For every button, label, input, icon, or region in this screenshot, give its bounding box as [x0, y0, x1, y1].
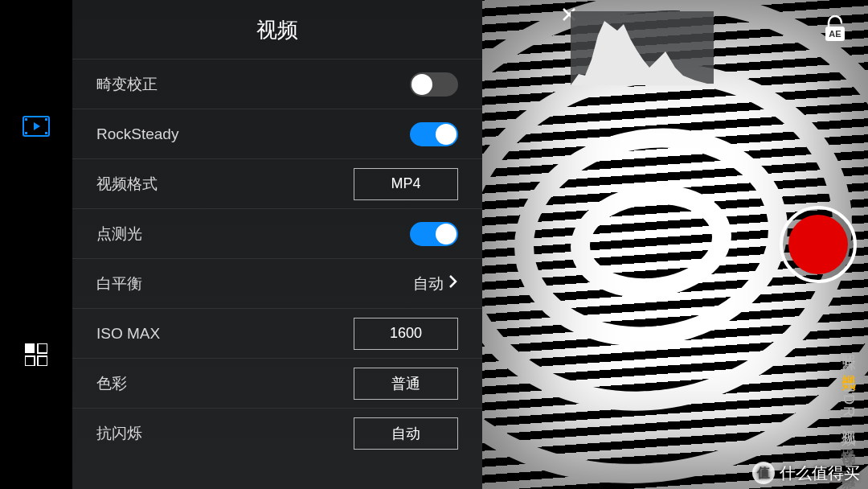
wb-value-nav[interactable]: 自动: [413, 273, 458, 294]
row-color: 色彩 普通: [72, 358, 482, 408]
video-tab-icon[interactable]: [23, 113, 50, 140]
iso-max-label: ISO MAX: [96, 325, 160, 343]
svg-marker-12: [571, 21, 714, 85]
rocksteady-toggle[interactable]: [410, 122, 458, 146]
video-settings-panel: 视频 畸变校正 RockSteady 视频格式 MP4 点测光 白平衡 自动 I…: [72, 0, 482, 489]
wb-label: 白平衡: [96, 273, 142, 294]
mode-hdr-video[interactable]: HDR视频: [839, 382, 858, 421]
rocksteady-label: RockSteady: [96, 125, 178, 143]
svg-rect-3: [45, 118, 47, 121]
row-format: 视频格式 MP4: [72, 158, 482, 208]
color-label: 色彩: [96, 373, 127, 394]
row-white-balance[interactable]: 白平衡 自动: [72, 258, 482, 308]
mode-video[interactable]: 视频: [839, 363, 858, 366]
svg-rect-8: [25, 356, 35, 366]
iso-max-value[interactable]: 1600: [354, 318, 458, 350]
mode-rail: 照片 视频 HDR视频 慢动作 延时摄影: [833, 0, 865, 489]
histogram: [571, 11, 714, 85]
grid-tab-icon[interactable]: [23, 341, 50, 368]
distortion-toggle[interactable]: [410, 72, 458, 97]
mode-photo[interactable]: 照片: [839, 343, 858, 347]
camera-preview: AE 照片 视频 HDR视频 慢动作 延时摄影 值 什么值得买: [482, 0, 868, 489]
svg-rect-9: [38, 356, 47, 366]
chevron-right-icon: [448, 274, 458, 293]
svg-rect-6: [25, 343, 35, 353]
row-distortion: 畸变校正: [72, 59, 482, 109]
color-value[interactable]: 普通: [354, 368, 458, 400]
panel-title: 视频: [72, 0, 482, 59]
svg-rect-2: [25, 132, 27, 134]
spot-meter-toggle[interactable]: [410, 222, 458, 246]
row-iso-max: ISO MAX 1600: [72, 308, 482, 358]
format-label: 视频格式: [96, 174, 158, 195]
svg-rect-7: [38, 343, 47, 353]
anti-flicker-label: 抗闪烁: [96, 423, 142, 444]
wb-value: 自动: [413, 273, 444, 294]
svg-rect-4: [45, 132, 47, 134]
svg-marker-5: [34, 122, 40, 130]
watermark-badge-icon: 值: [752, 462, 775, 484]
row-rocksteady: RockSteady: [72, 109, 482, 158]
row-anti-flicker: 抗闪烁 自动: [72, 408, 482, 458]
watermark: 值 什么值得买: [752, 462, 860, 484]
anti-flicker-value[interactable]: 自动: [354, 417, 458, 450]
format-value[interactable]: MP4: [354, 168, 458, 200]
row-spot-meter: 点测光: [72, 208, 482, 258]
svg-rect-1: [25, 118, 27, 121]
mode-slowmo[interactable]: 慢动作: [839, 438, 858, 442]
left-rail: [0, 0, 72, 489]
spot-meter-label: 点测光: [96, 224, 142, 244]
distortion-label: 畸变校正: [96, 74, 158, 95]
watermark-text: 什么值得买: [780, 462, 860, 484]
